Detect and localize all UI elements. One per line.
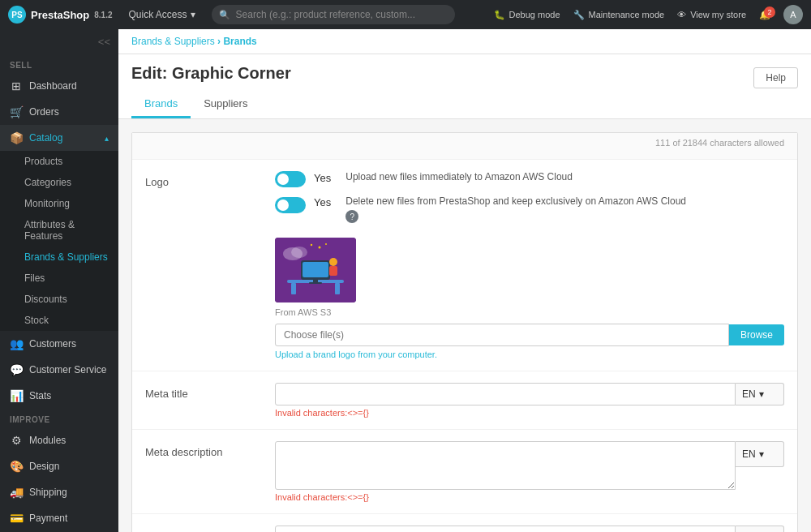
svg-point-8 — [329, 258, 337, 266]
from-aws-label: From AWS S3 — [275, 307, 784, 317]
sidebar-catalog-label: Catalog — [29, 132, 62, 144]
toggle2-label: Yes — [314, 195, 331, 208]
svg-rect-9 — [329, 266, 337, 276]
sidebar-item-products[interactable]: Products — [0, 151, 118, 172]
sidebar-item-orders[interactable]: 🛒 Orders — [0, 99, 118, 125]
debug-mode-label: Debug mode — [509, 10, 560, 19]
sidebar-item-stats[interactable]: 📊 Stats — [0, 383, 118, 409]
sidebar: << SELL ⊞ Dashboard 🛒 Orders 📦 Catalog ▴… — [0, 29, 118, 532]
sidebar-item-files[interactable]: Files — [0, 268, 118, 289]
lang-value: EN — [742, 388, 756, 400]
shipping-icon: 🚚 — [10, 486, 23, 499]
file-upload-row: Browse — [275, 324, 784, 346]
meta-desc-textarea[interactable] — [275, 441, 736, 490]
meta-title-lang-select[interactable]: EN ▾ — [736, 383, 784, 405]
sidebar-item-brands-suppliers[interactable]: Brands & Suppliers — [0, 247, 118, 268]
char-count: 111 of 21844 characters allowed — [655, 138, 784, 148]
svg-rect-7 — [309, 282, 322, 284]
meta-desc-input-group: EN ▾ — [275, 441, 784, 490]
sidebar-item-categories[interactable]: Categories — [0, 172, 118, 193]
toggle1-label: Yes — [314, 171, 331, 184]
meta-title-input-group: EN ▾ — [275, 383, 784, 405]
svg-point-14 — [311, 244, 312, 246]
meta-desc-lang-select[interactable]: EN ▾ — [736, 441, 784, 467]
submenu-label: Brands & Suppliers — [24, 251, 108, 263]
toggle1-row: Yes Upload new files immediately to Amaz… — [275, 171, 784, 187]
view-store-btn[interactable]: 👁 View my store — [677, 10, 746, 19]
sidebar-item-design[interactable]: 🎨 Design — [0, 453, 118, 479]
toggle2-slider — [275, 197, 306, 213]
form-area: 111 of 21844 characters allowed Logo Yes — [118, 132, 811, 532]
modules-icon: ⚙ — [10, 434, 23, 447]
meta-desc-label: Meta description — [145, 441, 275, 458]
notifications-btn[interactable]: 🔔 2 — [759, 10, 770, 20]
quick-access-menu[interactable]: Quick Access ▾ — [122, 6, 202, 24]
logo-preview — [275, 238, 356, 302]
svg-rect-2 — [291, 283, 296, 294]
page-header: Edit: Graphic Corner Brands Suppliers He… — [118, 54, 811, 119]
sidebar-item-dashboard[interactable]: ⊞ Dashboard — [0, 73, 118, 99]
help-button[interactable]: Help — [753, 67, 798, 88]
cart-icon: 🛒 — [10, 105, 23, 118]
meta-keywords-input[interactable] — [275, 526, 736, 532]
sidebar-item-catalog[interactable]: 📦 Catalog ▴ — [0, 125, 118, 151]
sidebar-item-payment[interactable]: 💳 Payment — [0, 505, 118, 531]
chevron-down-icon: ▾ — [759, 388, 764, 400]
submenu-label: Attributes & Features — [24, 219, 75, 242]
meta-title-label: Meta title — [145, 383, 275, 400]
meta-keywords-lang-select[interactable]: EN ▾ — [736, 526, 784, 532]
topbar: PS PrestaShop 8.1.2 Quick Access ▾ 🔍 🐛 D… — [0, 0, 811, 29]
maintenance-mode-label: Maintenance mode — [589, 10, 665, 19]
page-title: Edit: Graphic Corner — [131, 64, 291, 83]
sidebar-item-stock[interactable]: Stock — [0, 310, 118, 331]
sidebar-item-label: Shipping — [29, 487, 67, 498]
sidebar-item-attributes[interactable]: Attributes & Features — [0, 214, 118, 247]
debug-icon: 🐛 — [494, 10, 505, 20]
file-input[interactable] — [275, 324, 729, 346]
improve-section-label: IMPROVE — [0, 409, 118, 427]
svg-point-11 — [291, 247, 307, 258]
meta-title-input[interactable] — [275, 383, 736, 405]
chevron-down-icon: ▾ — [759, 448, 764, 460]
form-section: 111 of 21844 characters allowed Logo Yes — [131, 132, 798, 532]
browse-button[interactable]: Browse — [729, 324, 784, 345]
sidebar-item-label: Design — [29, 461, 59, 472]
toggle1-desc: Upload new files immediately to Amazon A… — [345, 171, 573, 182]
notif-badge: 2 — [764, 6, 775, 18]
sell-section-label: SELL — [0, 54, 118, 73]
sidebar-item-label: Payment — [29, 513, 67, 524]
catalog-icon: 📦 — [10, 131, 23, 144]
breadcrumb-current: Brands — [223, 36, 256, 47]
avatar[interactable]: A — [783, 5, 803, 24]
search-input[interactable] — [212, 5, 455, 24]
toggle2-switch[interactable] — [275, 197, 306, 213]
sidebar-item-customers[interactable]: 👥 Customers — [0, 331, 118, 357]
sidebar-item-customer-service[interactable]: 💬 Customer Service — [0, 357, 118, 383]
help-icon[interactable]: ? — [345, 210, 358, 223]
sidebar-item-shipping[interactable]: 🚚 Shipping — [0, 479, 118, 505]
toggle2-desc: Delete new files from PrestaShop and kee… — [345, 195, 686, 207]
sidebar-item-discounts[interactable]: Discounts — [0, 289, 118, 310]
debug-mode-btn[interactable]: 🐛 Debug mode — [494, 10, 560, 20]
sidebar-item-label: Dashboard — [29, 80, 77, 92]
toggle2-content: Delete new files from PrestaShop and kee… — [345, 195, 686, 223]
breadcrumb-parent[interactable]: Brands & Suppliers — [131, 36, 215, 47]
svg-point-12 — [319, 247, 321, 249]
maintenance-mode-btn[interactable]: 🔧 Maintenance mode — [573, 10, 665, 20]
header-left: Edit: Graphic Corner Brands Suppliers — [131, 64, 291, 118]
sidebar-collapse-btn[interactable]: << — [0, 29, 118, 54]
wrench-icon: 🔧 — [573, 10, 585, 20]
meta-keywords-content: EN ▾ To add tags, click in the field, wr… — [275, 526, 784, 532]
toggle1-switch[interactable] — [275, 171, 306, 187]
quick-access-label: Quick Access — [129, 9, 187, 20]
submenu-label: Categories — [24, 177, 71, 188]
svg-point-13 — [325, 243, 327, 245]
sidebar-item-monitoring[interactable]: Monitoring — [0, 193, 118, 214]
customers-icon: 👥 — [10, 337, 23, 350]
collapse-icon: << — [98, 36, 110, 48]
sidebar-item-modules[interactable]: ⚙ Modules — [0, 427, 118, 453]
toggle2-row: Yes Delete new files from PrestaShop and… — [275, 195, 784, 223]
tab-suppliers[interactable]: Suppliers — [191, 91, 260, 118]
tab-brands[interactable]: Brands — [131, 91, 191, 118]
view-store-label: View my store — [690, 10, 746, 19]
